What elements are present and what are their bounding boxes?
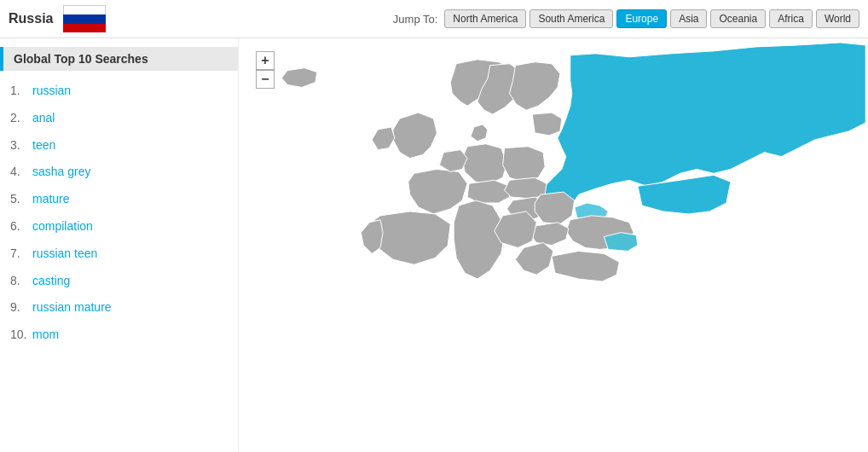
search-rank-4: 4.	[10, 162, 32, 183]
italy-path[interactable]	[454, 200, 504, 279]
finland-path[interactable]	[510, 62, 560, 110]
uk-path[interactable]	[393, 113, 437, 158]
search-rank-7: 7.	[10, 244, 32, 264]
search-term-5[interactable]: mature	[32, 189, 70, 210]
country-name: Russia	[9, 11, 53, 26]
search-term-7[interactable]: russian teen	[32, 244, 97, 264]
swiss-austria-path[interactable]	[467, 180, 509, 203]
romania-path[interactable]	[535, 192, 575, 224]
poland-path[interactable]	[503, 147, 545, 183]
germany-path[interactable]	[462, 144, 506, 184]
main-content: Global Top 10 Searches 1.russian2.anal3.…	[0, 38, 868, 452]
search-item-9: 9.russian mature	[0, 294, 238, 322]
jump-south-america[interactable]: South America	[529, 9, 613, 28]
search-item-10: 10.mom	[0, 322, 238, 349]
denmark-path[interactable]	[471, 125, 488, 142]
greece-path[interactable]	[515, 243, 553, 275]
zoom-in-button[interactable]: +	[256, 51, 275, 70]
search-term-6[interactable]: compilation	[32, 217, 93, 237]
search-list: 1.russian2.anal3.teen4.sasha grey5.matur…	[0, 78, 238, 349]
search-term-1[interactable]: russian	[32, 81, 71, 101]
search-term-10[interactable]: mom	[32, 325, 59, 345]
search-rank-9: 9.	[10, 298, 32, 318]
search-term-4[interactable]: sasha grey	[32, 162, 90, 183]
search-rank-1: 1.	[10, 81, 32, 101]
search-rank-10: 10.	[10, 325, 32, 345]
search-rank-8: 8.	[10, 271, 32, 292]
header: Russia Jump To: North America South Amer…	[0, 0, 868, 38]
search-term-8[interactable]: casting	[32, 271, 70, 292]
search-term-2[interactable]: anal	[32, 108, 55, 129]
portugal-path[interactable]	[361, 220, 383, 254]
search-rank-5: 5.	[10, 189, 32, 210]
georgia-path[interactable]	[604, 233, 638, 252]
search-rank-2: 2.	[10, 108, 32, 129]
jump-world[interactable]: World	[816, 9, 859, 28]
baltics-path[interactable]	[532, 113, 562, 136]
search-item-1: 1.russian	[0, 78, 238, 105]
search-term-3[interactable]: teen	[32, 136, 55, 156]
flag-stripe-blue	[63, 14, 106, 23]
search-rank-6: 6.	[10, 217, 32, 237]
jump-to-label: Jump To:	[393, 13, 438, 26]
flag	[63, 5, 106, 32]
flag-stripe-white	[63, 5, 106, 14]
jump-africa[interactable]: Africa	[769, 9, 813, 28]
jump-asia[interactable]: Asia	[670, 9, 707, 28]
spain-path[interactable]	[372, 212, 450, 264]
zoom-out-button[interactable]: −	[256, 70, 275, 89]
sidebar: Global Top 10 Searches 1.russian2.anal3.…	[0, 38, 239, 452]
jump-oceania[interactable]: Oceania	[710, 9, 766, 28]
sidebar-title: Global Top 10 Searches	[0, 47, 238, 71]
search-item-5: 5.mature	[0, 186, 238, 213]
search-item-6: 6.compilation	[0, 213, 238, 240]
iceland-path[interactable]	[281, 68, 317, 88]
map-svg-container	[239, 38, 868, 452]
europe-map	[239, 38, 868, 452]
map-area: + −	[239, 38, 868, 452]
zoom-controls: + −	[256, 51, 275, 89]
search-item-7: 7.russian teen	[0, 240, 238, 268]
search-item-3: 3.teen	[0, 132, 238, 159]
jump-europe[interactable]: Europe	[616, 9, 667, 28]
balkans-path[interactable]	[495, 212, 536, 248]
search-item-4: 4.sasha grey	[0, 159, 238, 186]
jump-to-section: Jump To: North America South America Eur…	[393, 9, 859, 28]
search-rank-3: 3.	[10, 136, 32, 156]
search-item-8: 8.casting	[0, 268, 238, 295]
flag-stripe-red	[63, 24, 106, 32]
turkey-path[interactable]	[552, 251, 619, 281]
ireland-path[interactable]	[372, 127, 395, 150]
jump-north-america[interactable]: North America	[444, 9, 526, 28]
benelux-path[interactable]	[439, 150, 467, 172]
search-term-9[interactable]: russian mature	[32, 298, 112, 318]
search-item-2: 2.anal	[0, 105, 238, 132]
